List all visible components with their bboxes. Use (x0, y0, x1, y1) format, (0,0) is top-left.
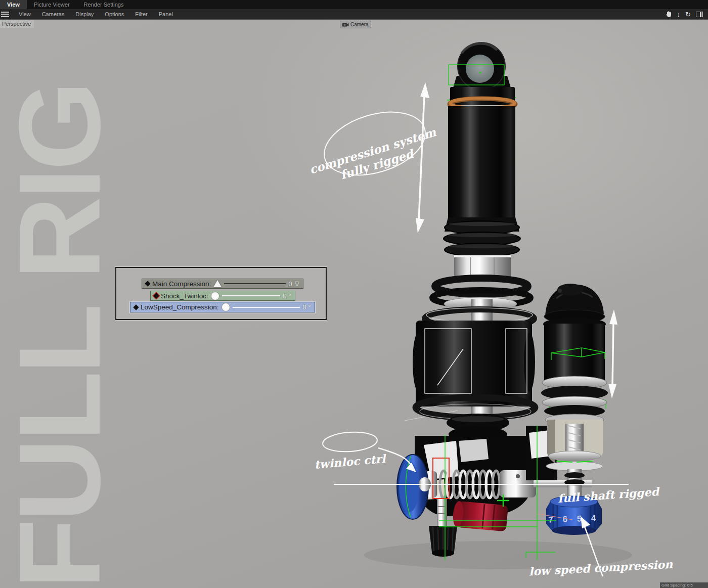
slider-value: 0 ° (283, 292, 291, 300)
projection-label: Perspective (0, 20, 34, 28)
layout-tab-bar: View Picture Viewer Render Settings (0, 0, 708, 9)
annotation-overlay (0, 19, 708, 588)
dolly-icon[interactable]: ↕ (677, 11, 681, 18)
slider-value: 0 ° (302, 303, 311, 311)
slider-track[interactable] (222, 295, 281, 296)
slider-knob-handle[interactable] (211, 292, 219, 300)
menu-cameras[interactable]: Cameras (36, 11, 70, 17)
camera-hud-pill[interactable]: Camera (340, 21, 371, 28)
slider-knob-handle[interactable] (222, 303, 230, 311)
pan-hand-icon[interactable] (665, 11, 672, 18)
viewport-3d[interactable]: Perspective Camera FULL RIG (0, 19, 708, 588)
keyframe-diamond-icon[interactable] (153, 293, 159, 298)
slider-label: Shock_Twinloc: (161, 292, 208, 300)
grid-spacing-status: Grid Spacing: 0.5 (660, 582, 708, 588)
slider-track[interactable] (233, 307, 300, 308)
hud-slider-main-compression[interactable]: Main Compression: 0 ▽ (142, 279, 303, 289)
menu-panel[interactable]: Panel (153, 11, 179, 17)
hud-slider-lowspeed-compression[interactable]: LowSpeed_Compression: 0 ° (130, 302, 315, 312)
toggle-view-icon[interactable] (696, 12, 703, 17)
hud-slider-panel: Main Compression: 0 ▽ Shock_Twinloc: 0 °… (115, 267, 327, 320)
slider-value: 0 (288, 280, 292, 288)
tab-view[interactable]: View (0, 0, 27, 9)
menu-view[interactable]: View (13, 11, 36, 17)
menu-options[interactable]: Options (99, 11, 129, 17)
tab-render-settings[interactable]: Render Settings (77, 0, 131, 9)
slider-label: LowSpeed_Compression: (141, 303, 219, 311)
tab-picture-viewer[interactable]: Picture Viewer (27, 0, 77, 9)
viewport-menu-bar: View Cameras Display Options Filter Pane… (0, 9, 708, 20)
dropdown-arrow-icon[interactable]: ▽ (295, 281, 299, 287)
viewport-nav-icons: ↕ ↻ (665, 11, 708, 18)
camera-icon (342, 22, 349, 27)
slider-label: Main Compression: (152, 280, 211, 288)
hamburger-menu-icon[interactable] (1, 12, 9, 17)
camera-hud-label: Camera (350, 22, 369, 27)
menu-display[interactable]: Display (70, 11, 99, 17)
slider-track[interactable] (224, 283, 286, 284)
keyframe-diamond-icon[interactable] (133, 304, 139, 310)
slider-triangle-handle[interactable] (213, 280, 222, 287)
keyframe-diamond-icon[interactable] (145, 281, 150, 286)
rotate-icon[interactable]: ↻ (685, 11, 691, 18)
hud-slider-shock-twinloc[interactable]: Shock_Twinloc: 0 ° (150, 291, 295, 301)
menu-filter[interactable]: Filter (129, 11, 153, 17)
application-window: View Picture Viewer Render Settings View… (0, 0, 708, 588)
